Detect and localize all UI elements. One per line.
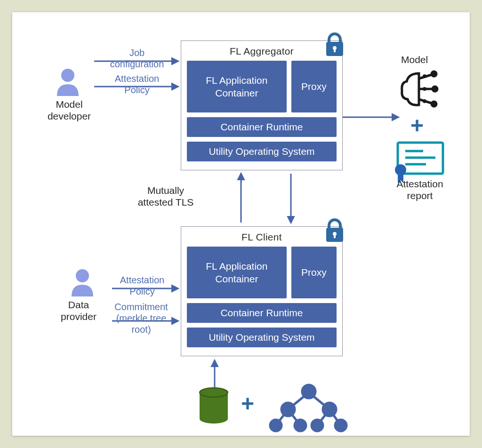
svg-point-35 bbox=[281, 403, 295, 416]
svg-point-26 bbox=[200, 414, 228, 424]
client-app: FL Application Container bbox=[187, 247, 287, 298]
job-config-label: Job configuration bbox=[106, 47, 168, 70]
svg-point-34 bbox=[302, 385, 315, 398]
svg-point-14 bbox=[433, 87, 437, 91]
aggregator-proxy: Proxy bbox=[291, 61, 337, 112]
brain-icon bbox=[402, 72, 437, 106]
aggregator-title: FL Aggregator bbox=[187, 46, 337, 57]
client-runtime: Container Runtime bbox=[187, 303, 337, 323]
aggregator-app: FL Application Container bbox=[187, 61, 287, 112]
certificate-icon bbox=[395, 143, 443, 183]
user-icon bbox=[57, 69, 79, 96]
svg-point-38 bbox=[295, 420, 306, 431]
attest-policy-label: Attestation Policy bbox=[106, 73, 168, 96]
svg-point-36 bbox=[323, 403, 336, 416]
database-icon bbox=[200, 388, 228, 424]
client-card: FL Client FL Application Container Proxy… bbox=[181, 226, 343, 356]
attest-policy-label-2: Attestation Policy bbox=[114, 274, 170, 297]
attestation-report-label: Attestation report bbox=[392, 178, 448, 201]
plus-icon: + bbox=[241, 391, 254, 416]
lock-icon bbox=[324, 32, 345, 59]
merkle-tree-icon bbox=[270, 385, 346, 431]
svg-point-17 bbox=[423, 87, 426, 91]
client-proxy: Proxy bbox=[291, 247, 337, 298]
model-developer-label: Model developer bbox=[43, 98, 95, 122]
svg-point-37 bbox=[270, 420, 281, 431]
data-provider-label: Data provider bbox=[53, 299, 104, 322]
svg-point-13 bbox=[432, 72, 436, 76]
svg-point-8 bbox=[61, 69, 74, 82]
svg-point-15 bbox=[432, 102, 436, 106]
svg-point-39 bbox=[312, 420, 323, 431]
aggregator-card: FL Aggregator FL Application Container P… bbox=[181, 40, 343, 170]
lock-icon bbox=[324, 218, 345, 245]
aggregator-os: Utility Operating System bbox=[187, 142, 337, 161]
diagram-panel: FL Aggregator FL Application Container P… bbox=[12, 12, 470, 436]
plus-icon: + bbox=[410, 112, 424, 138]
aggregator-runtime: Container Runtime bbox=[187, 117, 337, 137]
tls-label: Mutually attested TLS bbox=[128, 184, 203, 208]
commitment-label: Commitment (merkle tree root) bbox=[108, 301, 174, 335]
svg-point-9 bbox=[76, 269, 89, 282]
user-icon bbox=[72, 269, 93, 296]
model-output-label: Model bbox=[401, 54, 428, 65]
svg-point-18 bbox=[423, 99, 426, 103]
svg-point-16 bbox=[423, 74, 426, 78]
client-os: Utility Operating System bbox=[187, 328, 337, 347]
svg-rect-46 bbox=[334, 234, 336, 238]
svg-point-40 bbox=[335, 420, 346, 431]
client-title: FL Client bbox=[187, 232, 337, 243]
svg-rect-43 bbox=[334, 48, 336, 52]
